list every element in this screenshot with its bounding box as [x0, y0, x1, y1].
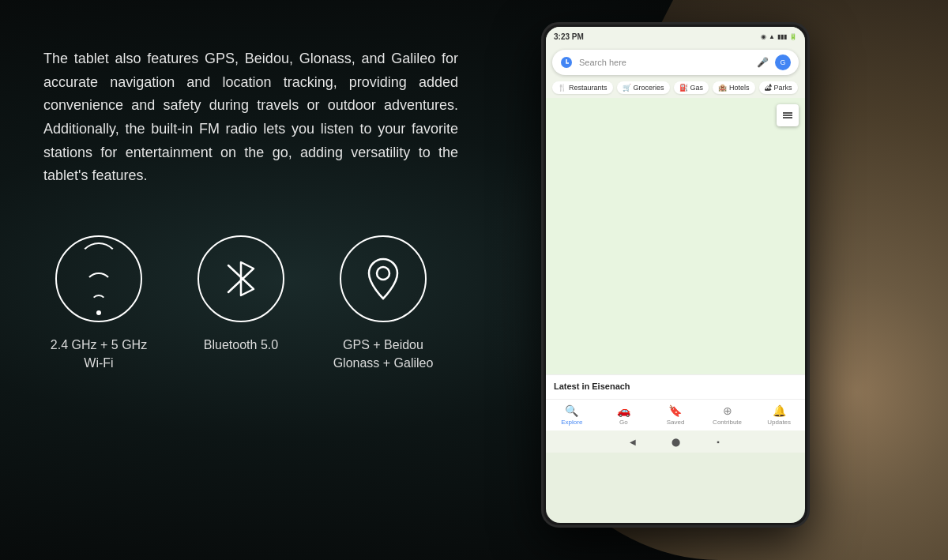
mic-icon[interactable]: 🎤	[757, 57, 769, 68]
updates-label: Updates	[767, 419, 791, 426]
features-row: 2.4 GHz + 5 GHzWi-Fi Bluetooth 5.0	[43, 235, 458, 372]
bottom-sheet: Latest in Eisenach	[546, 374, 805, 399]
layers-icon	[781, 109, 794, 122]
hotels-icon: 🏨	[718, 84, 727, 92]
restaurants-pill[interactable]: 🍴 Restaurants	[552, 81, 613, 94]
recents-button[interactable]: ▪	[713, 436, 724, 447]
groceries-pill[interactable]: 🛒 Groceries	[617, 81, 670, 94]
search-placeholder: Search here	[579, 58, 750, 67]
hotels-pill[interactable]: 🏨 Hotels	[713, 81, 755, 94]
nav-explore[interactable]: 🔍 Explore	[546, 403, 598, 427]
restaurants-label: Restaurants	[569, 84, 608, 92]
svg-rect-22	[783, 112, 792, 114]
saved-label: Saved	[667, 419, 685, 426]
gas-label: Gas	[690, 84, 704, 92]
back-button[interactable]: ◀	[627, 436, 638, 447]
bluetooth-icon	[220, 254, 261, 303]
nav-contribute[interactable]: ⊕ Contribute	[702, 403, 754, 427]
status-time: 3:23 PM	[554, 32, 584, 41]
restaurants-icon: 🍴	[558, 84, 566, 92]
parks-icon: 🏕	[765, 84, 772, 92]
svg-rect-20	[783, 117, 792, 118]
left-panel: The tablet also features GPS, Beidou, Gl…	[0, 0, 498, 560]
nav-saved[interactable]: 🔖 Saved	[649, 403, 702, 427]
updates-icon: 🔔	[773, 404, 786, 417]
svg-rect-21	[783, 115, 792, 116]
description-text: The tablet also features GPS, Beidou, Gl…	[43, 47, 458, 188]
groceries-label: Groceries	[634, 84, 664, 92]
category-pills: 🍴 Restaurants 🛒 Groceries ⛽ Gas 🏨 Hotels	[546, 79, 805, 98]
contribute-icon: ⊕	[723, 404, 732, 417]
bottom-navigation: 🔍 Explore 🚗 Go 🔖 Saved ⊕ Contribute	[546, 399, 805, 430]
wifi-status-icon: ▲	[769, 33, 775, 40]
status-icons: ◉ ▲ ▮▮▮ 🔋	[761, 33, 797, 40]
wifi-feature: 2.4 GHz + 5 GHzWi-Fi	[43, 235, 154, 372]
bluetooth-icon-circle	[198, 235, 284, 322]
svg-point-0	[377, 267, 389, 280]
wifi-arc-small	[91, 295, 107, 310]
maps-search-area: Search here 🎤 G	[546, 46, 805, 79]
gps-label: GPS + BeidouGlonass + Galileo	[333, 336, 434, 372]
home-button[interactable]: ⬤	[670, 436, 681, 447]
bluetooth-feature: Bluetooth 5.0	[186, 235, 296, 354]
go-label: Go	[619, 419, 628, 426]
contribute-label: Contribute	[713, 419, 742, 426]
status-bar: 3:23 PM ◉ ▲ ▮▮▮ 🔋	[546, 27, 805, 46]
battery-icon: 🔋	[789, 33, 797, 40]
notification-icon: ◉	[761, 33, 766, 40]
system-navigation: ◀ ⬤ ▪	[546, 430, 805, 453]
gps-feature: GPS + BeidouGlonass + Galileo	[328, 235, 438, 372]
wifi-icon-circle	[55, 235, 142, 322]
gps-icon-circle	[340, 235, 427, 322]
parks-pill[interactable]: 🏕 Parks	[759, 81, 798, 94]
parks-label: Parks	[774, 84, 792, 92]
saved-icon: 🔖	[668, 404, 682, 417]
bluetooth-label: Bluetooth 5.0	[204, 336, 278, 354]
search-input-bar[interactable]: Search here 🎤 G	[552, 50, 799, 75]
explore-icon: 🔍	[565, 404, 578, 417]
maps-logo	[560, 56, 573, 69]
map-layers-button[interactable]	[777, 104, 799, 126]
wifi-label: 2.4 GHz + 5 GHzWi-Fi	[51, 336, 147, 372]
gas-icon: ⛽	[679, 84, 688, 92]
nav-go[interactable]: 🚗 Go	[598, 403, 650, 427]
go-icon: 🚗	[617, 404, 630, 417]
signal-icon: ▮▮▮	[777, 33, 787, 40]
map-area[interactable]: Eisenach GROSSENLUPNITZ Wutha-Farnroda H…	[546, 98, 805, 374]
wifi-dot	[96, 310, 101, 315]
user-avatar[interactable]: G	[775, 54, 791, 70]
tablet-frame: 3:23 PM ◉ ▲ ▮▮▮ 🔋	[541, 22, 810, 528]
right-panel: 3:23 PM ◉ ▲ ▮▮▮ 🔋	[498, 0, 948, 560]
nav-updates[interactable]: 🔔 Updates	[753, 403, 805, 427]
location-icon	[361, 254, 405, 303]
groceries-icon: 🛒	[623, 84, 631, 92]
gas-pill[interactable]: ⛽ Gas	[674, 81, 709, 94]
hotels-label: Hotels	[729, 84, 750, 92]
content-wrapper: The tablet also features GPS, Beidou, Gl…	[0, 0, 948, 560]
bottom-sheet-title: Latest in Eisenach	[554, 381, 797, 391]
wifi-icon	[78, 242, 119, 315]
tablet-screen: 3:23 PM ◉ ▲ ▮▮▮ 🔋	[546, 27, 805, 523]
explore-label: Explore	[561, 419, 582, 426]
